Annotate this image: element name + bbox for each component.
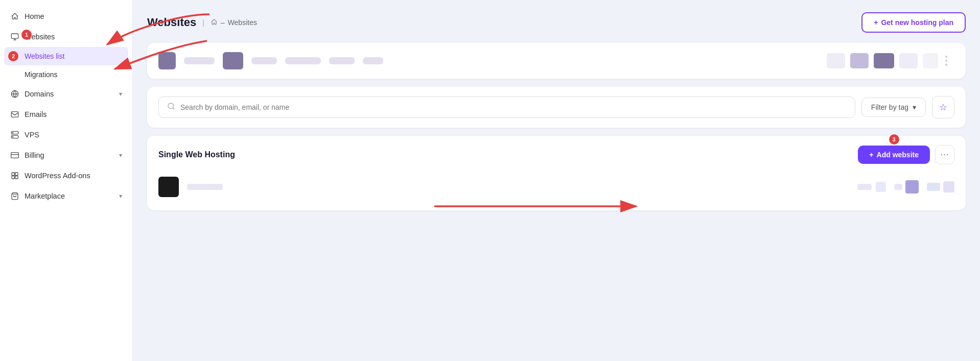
svg-rect-7 [11, 153, 19, 158]
sidebar-item-home-label: Home [25, 12, 44, 20]
stats-card [147, 43, 966, 79]
svg-point-6 [12, 136, 13, 137]
svg-point-5 [12, 132, 13, 133]
stat-placeholder-5 [927, 183, 940, 191]
sidebar-item-wordpress-label: WordPress Add-ons [25, 172, 90, 180]
sidebar-item-vps[interactable]: VPS [0, 125, 132, 145]
search-input-wrap[interactable] [158, 97, 855, 118]
site-stats-right [857, 180, 954, 194]
page-header: Websites | – Websites + Get new hosting … [147, 12, 966, 33]
sidebar-item-wordpress[interactable]: WordPress Add-ons [0, 165, 132, 186]
add-website-label: Add website [877, 151, 919, 159]
sidebar-item-domains[interactable]: Domains ▾ [0, 84, 132, 104]
stat-block-2 [184, 57, 215, 64]
domains-chevron-icon: ▾ [119, 90, 122, 98]
sidebar: Home 1 Websites ▲ 2 Websites list Migrat… [0, 0, 133, 361]
sidebar-item-emails-label: Emails [25, 110, 47, 118]
hosting-section-title: Single Web Hosting [158, 150, 235, 159]
page-header-left: Websites | – Websites [147, 16, 257, 29]
stat-placeholder-2 [876, 182, 886, 192]
marketplace-icon [10, 191, 19, 201]
sidebar-item-marketplace[interactable]: Marketplace ▾ [0, 186, 132, 206]
add-website-button[interactable]: + Add website [858, 146, 930, 164]
annotation-badge-2: 2 [8, 51, 18, 61]
svg-rect-10 [12, 176, 14, 179]
stat-block-7 [363, 57, 383, 64]
search-card: Filter by tag ▾ ☆ [147, 87, 966, 128]
filter-chevron-icon: ▾ [913, 103, 916, 111]
svg-rect-2 [11, 112, 18, 117]
more-options-button[interactable]: ··· [935, 145, 954, 164]
svg-rect-8 [12, 173, 14, 175]
wordpress-icon [10, 171, 19, 180]
breadcrumb: – Websites [211, 18, 257, 27]
breadcrumb-separator: | [202, 18, 204, 27]
add-website-plus-icon: + [869, 151, 873, 159]
stat-right [827, 53, 954, 68]
site-thumbnail [158, 177, 179, 197]
breadcrumb-websites: Websites [228, 18, 257, 27]
hosting-header: Single Web Hosting 3 + Add website ··· [158, 145, 954, 164]
stat-placeholder-1 [857, 184, 872, 190]
websites-chevron-icon: ▲ [116, 33, 122, 40]
star-filter-button[interactable]: ☆ [932, 96, 954, 118]
stat-right-block-4 [899, 53, 918, 68]
filter-tag-button[interactable]: Filter by tag ▾ [861, 98, 926, 117]
stat-placeholder-6 [943, 181, 954, 192]
breadcrumb-home-icon [211, 18, 218, 27]
site-stat-group-1 [857, 182, 886, 192]
site-meta [187, 184, 223, 190]
stat-block-5 [285, 57, 321, 64]
sidebar-item-websites-list[interactable]: 2 Websites list [4, 47, 128, 65]
sidebar-item-vps-label: VPS [25, 131, 39, 139]
search-icon [167, 102, 175, 112]
more-dots-icon: ··· [941, 150, 949, 159]
globe-icon [10, 89, 19, 99]
svg-rect-11 [15, 176, 18, 179]
sidebar-item-billing-label: Billing [25, 151, 44, 159]
hosting-card: Single Web Hosting 3 + Add website ··· [147, 136, 966, 210]
site-stat-group-3 [927, 181, 954, 192]
sidebar-item-billing[interactable]: Billing ▾ [0, 145, 132, 165]
annotation-badge-3: 3 [889, 134, 899, 145]
email-icon [10, 110, 19, 119]
sidebar-item-domains-label: Domains [25, 90, 54, 98]
page-title: Websites [147, 16, 196, 29]
stat-block-1 [158, 52, 176, 69]
add-website-wrapper: 3 + Add website [858, 146, 930, 164]
svg-point-13 [168, 103, 174, 109]
billing-icon [10, 151, 19, 160]
site-name-placeholder [187, 184, 223, 190]
sidebar-item-websites[interactable]: 1 Websites ▲ [0, 27, 132, 47]
annotation-badge-1: 1 [21, 30, 32, 40]
marketplace-chevron-icon: ▾ [119, 192, 122, 200]
sidebar-item-migrations[interactable]: Migrations [0, 65, 132, 84]
svg-rect-0 [11, 34, 18, 38]
server-icon [10, 130, 19, 139]
stat-right-block-1 [827, 53, 845, 68]
search-row: Filter by tag ▾ ☆ [158, 96, 954, 118]
stats-row [158, 52, 954, 69]
website-row [158, 173, 954, 201]
hosting-actions: 3 + Add website ··· [858, 145, 954, 164]
sidebar-item-migrations-label: Migrations [25, 70, 58, 79]
stat-placeholder-3 [894, 184, 902, 190]
get-hosting-button[interactable]: + Get new hosting plan [861, 12, 966, 33]
get-hosting-plus-icon: + [874, 18, 878, 27]
stat-block-3 [223, 52, 243, 69]
sidebar-item-home[interactable]: Home [0, 6, 132, 27]
billing-chevron-icon: ▾ [119, 152, 122, 159]
stat-right-block-3 [874, 53, 894, 68]
stat-dots [945, 56, 954, 66]
search-input[interactable] [180, 103, 847, 111]
sidebar-item-marketplace-label: Marketplace [25, 192, 65, 200]
filter-tag-label: Filter by tag [871, 103, 908, 111]
main-content: Websites | – Websites + Get new hosting … [133, 0, 980, 361]
stat-placeholder-4 [905, 180, 919, 194]
sidebar-item-websites-list-label: Websites list [25, 52, 64, 60]
sidebar-item-emails[interactable]: Emails [0, 104, 132, 125]
monitor-icon [10, 32, 19, 41]
get-hosting-label: Get new hosting plan [881, 18, 953, 27]
stat-block-4 [251, 57, 277, 64]
site-stat-group-2 [894, 180, 919, 194]
